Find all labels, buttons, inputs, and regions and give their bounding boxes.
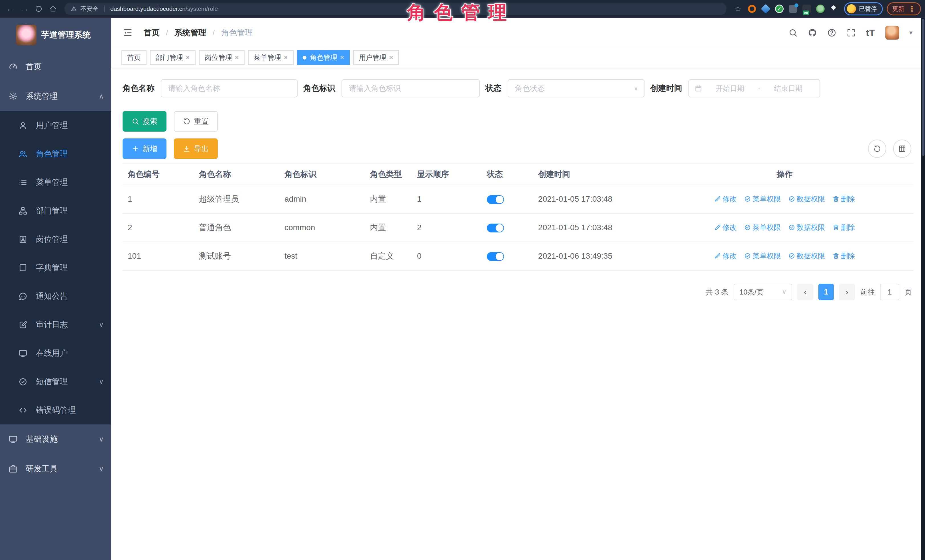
sidebar-item-roles[interactable]: 角色管理 [0,140,111,168]
home-icon[interactable] [47,3,59,15]
search-icon[interactable] [788,28,798,37]
address-bar[interactable]: 不安全 dashboard.yudao.iocoder.cn/system/ro… [65,3,727,15]
extension-icon-check[interactable]: ✓ [774,4,784,14]
tab-depts[interactable]: 部门管理× [150,50,196,65]
action-data-permission[interactable]: 数据权限 [788,223,825,232]
bookmark-star-icon[interactable]: ☆ [732,3,744,15]
forward-icon[interactable]: → [18,3,31,15]
sidebar-item-system[interactable]: 系统管理 ∧ [0,81,111,111]
tab-home[interactable]: 首页 [121,50,146,65]
cell-create-time: 2021-01-06 13:49:35 [533,242,655,270]
extension-icon-dark[interactable]: on [802,4,812,14]
close-icon[interactable]: × [284,54,288,62]
action-menu-permission[interactable]: 菜单权限 [744,194,781,204]
search-button[interactable]: 搜索 [123,111,166,132]
role-key-input[interactable] [342,79,480,98]
action-delete[interactable]: 删除 [833,194,855,204]
back-icon[interactable]: ← [4,3,17,15]
url-text: dashboard.yudao.iocoder.cn/system/role [110,5,218,12]
browser-update-button[interactable]: 更新 ⋮ [887,2,921,15]
role-name-input[interactable] [161,79,298,98]
export-button[interactable]: 导出 [174,138,218,159]
sidebar-item-home[interactable]: 首页 [0,52,111,81]
extension-icon-pair[interactable] [788,4,798,14]
scrollbar-thumb[interactable] [922,19,924,156]
cell-role-type: 自定义 [365,242,412,270]
tab-roles[interactable]: 角色管理× [297,50,350,65]
goto-page-input[interactable] [880,284,899,300]
cell-role-id: 1 [123,185,194,213]
add-role-button[interactable]: 新增 [123,138,166,159]
sidebar-item-dicts[interactable]: 字典管理 [0,254,111,282]
tab-menus[interactable]: 菜单管理× [248,50,294,65]
tab-posts[interactable]: 岗位管理× [199,50,244,65]
sidebar-item-sms[interactable]: 短信管理 ∨ [0,368,111,396]
sidebar-fold-icon[interactable] [123,28,133,38]
sidebar-item-depts[interactable]: 部门管理 [0,197,111,225]
circle-check-icon [744,224,751,231]
browser-profile-paused-button[interactable]: 已暂停 [844,2,883,15]
tab-users[interactable]: 用户管理× [353,50,399,65]
refresh-icon [183,118,190,125]
extension-icon-gem[interactable] [761,4,770,14]
page-size-select[interactable]: 10条/页 ∨ [734,284,792,300]
breadcrumb-home[interactable]: 首页 [144,27,160,38]
action-menu-permission[interactable]: 菜单权限 [744,251,781,261]
action-edit[interactable]: 修改 [714,194,737,204]
cell-actions: 修改菜单权限数据权限删除 [655,213,914,242]
sidebar-item-audit[interactable]: 审计日志 ∨ [0,311,111,339]
close-icon[interactable]: × [389,54,393,62]
action-data-permission[interactable]: 数据权限 [788,194,825,204]
circle-check-icon [744,196,751,202]
reset-button[interactable]: 重置 [174,111,218,132]
pair-icon [789,5,797,13]
status-toggle[interactable] [487,195,504,204]
sidebar-item-tools[interactable]: 研发工具 ∨ [0,454,111,483]
action-delete[interactable]: 删除 [833,251,855,261]
app-logo[interactable]: 芋道管理系统 [0,18,111,52]
status-toggle[interactable] [487,252,504,261]
help-icon[interactable] [827,28,836,37]
font-size-icon[interactable]: tT [866,28,875,38]
browser-menu-kebab-icon[interactable]: ⋮ [908,5,916,14]
next-page-button[interactable]: › [839,284,855,300]
avatar-caret-down-icon[interactable]: ▾ [909,29,913,36]
sidebar-item-users[interactable]: 用户管理 [0,111,111,140]
sidebar-item-infra[interactable]: 基础设施 ∨ [0,425,111,454]
cell-role-key: test [279,242,365,270]
user-avatar[interactable] [885,26,899,40]
action-data-permission[interactable]: 数据权限 [788,251,825,261]
reload-icon[interactable] [33,3,45,15]
status-toggle[interactable] [487,224,504,233]
browser-scrollbar[interactable] [921,18,925,560]
close-icon[interactable]: × [186,54,190,62]
github-icon[interactable] [808,28,817,37]
close-icon[interactable]: × [235,54,239,62]
table-toolbar: 新增 导出 [123,138,914,159]
sidebar-item-menus[interactable]: 菜单管理 [0,168,111,197]
action-edit[interactable]: 修改 [714,223,737,232]
annotation-role-title: 角色管理 [407,0,515,25]
refresh-table-button[interactable] [868,140,886,158]
extension-icon-monkey[interactable] [815,4,825,14]
sidebar-item-posts[interactable]: 岗位管理 [0,225,111,254]
breadcrumb-system[interactable]: 系统管理 [175,27,206,38]
close-icon[interactable]: × [340,54,344,62]
online-users-icon [18,349,27,358]
action-edit[interactable]: 修改 [714,251,737,261]
extension-icon-target[interactable] [747,4,757,14]
sidebar-item-online[interactable]: 在线用户 [0,339,111,368]
status-select[interactable]: 角色状态 ∨ [508,79,645,98]
cell-role-type: 内置 [365,213,412,242]
page-1-button[interactable]: 1 [818,284,834,300]
create-time-range-picker[interactable]: 开始日期 - 结束日期 [688,79,820,98]
prev-page-button[interactable]: ‹ [797,284,813,300]
sidebar-item-notices[interactable]: 通知公告 [0,282,111,311]
column-settings-button[interactable] [893,140,911,158]
action-menu-permission[interactable]: 菜单权限 [744,223,781,232]
extensions-puzzle-icon[interactable] [829,4,839,14]
cell-role-key: admin [279,185,365,213]
sidebar-item-errcodes[interactable]: 错误码管理 [0,396,111,425]
action-delete[interactable]: 删除 [833,223,855,232]
fullscreen-icon[interactable] [847,28,856,37]
